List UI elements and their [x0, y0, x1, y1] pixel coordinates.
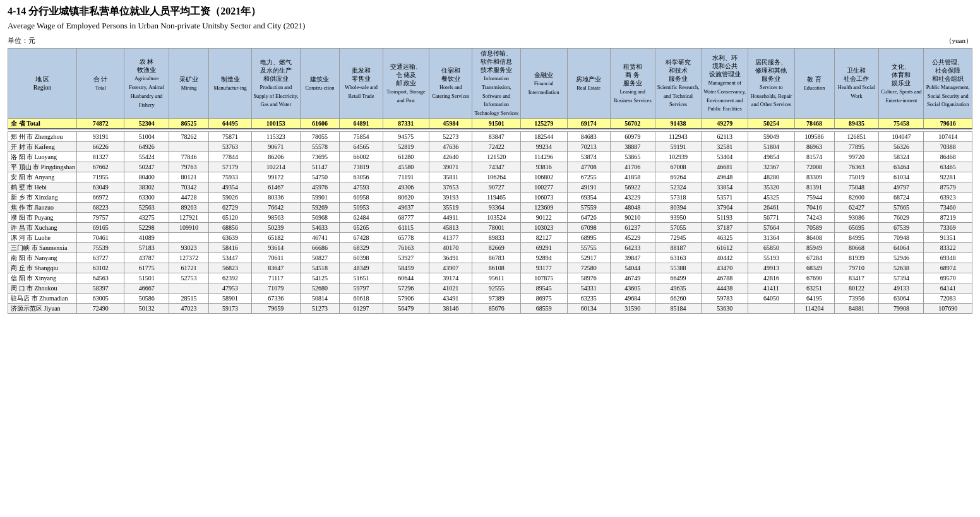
data-cell-8-10: 90122 — [520, 212, 567, 222]
data-cell-5-17: 75048 — [834, 182, 879, 192]
data-cell-5-16: 81391 — [794, 182, 834, 192]
data-cell-10-19: 91351 — [924, 232, 972, 242]
region-cell: 焦 作 市 Jiaozuo — [8, 202, 77, 212]
data-cell-5-2: 70342 — [169, 182, 209, 192]
data-cell-3-5: 51147 — [300, 162, 340, 172]
data-cell-11-14: 61612 — [702, 242, 748, 253]
data-cell-12-3: 53447 — [208, 253, 251, 263]
data-cell-10-15: 31364 — [748, 232, 795, 242]
data-cell-5-14: 33854 — [702, 182, 748, 192]
data-cell-8-17: 93086 — [834, 212, 879, 222]
table-row: 许 昌 市 Xuchang691655229810991068856502395… — [8, 222, 972, 232]
data-cell-6-18: 68724 — [879, 192, 924, 202]
table-row: 商 丘 市 Shangqiu63102617756172156823836475… — [8, 263, 972, 273]
table-row: 三门峡 市 Sanmenxia7553957183930235841693614… — [8, 242, 972, 253]
data-cell-1-7: 52819 — [383, 141, 429, 152]
region-cell: 漯 河 市 Luohe — [8, 232, 77, 242]
data-cell-8-2: 127921 — [169, 212, 209, 222]
data-cell-4-7: 71191 — [383, 172, 429, 182]
data-cell-11-11: 55755 — [567, 242, 610, 253]
data-cell-11-2: 93023 — [169, 242, 209, 253]
data-cell-6-9: 119465 — [472, 192, 520, 202]
total-cell-9: 91501 — [472, 119, 520, 129]
data-cell-0-1: 51004 — [124, 131, 169, 141]
data-cell-4-19: 92281 — [924, 172, 972, 182]
col-electric: 电力、燃气及水的生产和供应业Production and Supply of E… — [252, 49, 300, 119]
data-cell-12-18: 52946 — [879, 253, 924, 263]
data-cell-11-1: 57183 — [124, 242, 169, 253]
data-cell-7-4: 76642 — [252, 202, 300, 212]
data-cell-15-11: 54331 — [567, 283, 610, 293]
data-cell-15-12: 43605 — [610, 283, 655, 293]
data-cell-15-17: 80122 — [834, 283, 879, 293]
data-cell-15-10: 89545 — [520, 283, 567, 293]
data-cell-13-0: 63102 — [77, 263, 124, 273]
data-cell-13-3: 56823 — [208, 263, 251, 273]
col-public: 公共管理、社会保障和社会组织Public Management, Social … — [924, 49, 972, 119]
data-cell-16-2: 28515 — [169, 293, 209, 303]
data-cell-11-16: 85949 — [794, 242, 834, 253]
data-cell-0-14: 62113 — [702, 131, 748, 141]
data-cell-13-7: 58459 — [383, 263, 429, 273]
data-cell-15-7: 57296 — [383, 283, 429, 293]
data-cell-8-14: 51193 — [702, 212, 748, 222]
total-cell-0: 74872 — [77, 119, 124, 129]
col-total: 合 计Total — [77, 49, 124, 119]
data-cell-15-14: 44438 — [702, 283, 748, 293]
region-cell: 南 阳 市 Nanyang — [8, 253, 77, 263]
data-cell-7-13: 80394 — [655, 202, 702, 212]
data-cell-0-10: 182544 — [520, 131, 567, 141]
data-cell-7-1: 52563 — [124, 202, 169, 212]
data-cell-8-18: 76029 — [879, 212, 924, 222]
data-cell-10-17: 84995 — [834, 232, 879, 242]
data-cell-2-7: 61280 — [383, 152, 429, 162]
col-finance: 金融业Financial Intermediation — [520, 49, 567, 119]
table-row: 焦 作 市 Jiaozuo682235256389263627297664259… — [8, 202, 972, 212]
data-cell-17-4: 79659 — [252, 303, 300, 313]
data-cell-1-18: 56326 — [879, 141, 924, 152]
data-cell-9-9: 78001 — [472, 222, 520, 232]
col-resident: 居民服务、修理和其他服务业Services to Households, Rep… — [748, 49, 795, 119]
region-cell: 驻马店 市 Zhumadian — [8, 293, 77, 303]
data-cell-14-11: 58976 — [567, 273, 610, 283]
data-cell-16-18: 63064 — [879, 293, 924, 303]
data-cell-15-13: 49635 — [655, 283, 702, 293]
data-cell-5-18: 49797 — [879, 182, 924, 192]
data-cell-2-12: 53865 — [610, 152, 655, 162]
title-main: 4-14 分行业城镇非私营单位就业人员平均工资（2021年） — [8, 5, 972, 18]
data-cell-5-3: 49354 — [208, 182, 251, 192]
data-cell-15-18: 49133 — [879, 283, 924, 293]
data-cell-8-5: 56968 — [300, 212, 340, 222]
data-cell-12-4: 70611 — [252, 253, 300, 263]
data-cell-9-18: 67539 — [879, 222, 924, 232]
data-cell-9-5: 54633 — [300, 222, 340, 232]
data-cell-14-9: 95611 — [472, 273, 520, 283]
data-cell-2-3: 77844 — [208, 152, 251, 162]
data-cell-13-14: 43470 — [702, 263, 748, 273]
data-cell-5-10: 100277 — [520, 182, 567, 192]
region-cell: 鹤 壁 市 Hebi — [8, 182, 77, 192]
data-cell-2-1: 55424 — [124, 152, 169, 162]
data-cell-2-14: 53404 — [702, 152, 748, 162]
data-cell-15-6: 59797 — [340, 283, 383, 293]
data-cell-13-2: 61721 — [169, 263, 209, 273]
data-cell-10-10: 82127 — [520, 232, 567, 242]
total-cell-17: 89435 — [834, 119, 879, 129]
data-cell-9-17: 65695 — [834, 222, 879, 232]
data-cell-8-9: 103524 — [472, 212, 520, 222]
data-cell-5-5: 45976 — [300, 182, 340, 192]
data-cell-3-12: 41706 — [610, 162, 655, 172]
data-cell-2-19: 86468 — [924, 152, 972, 162]
data-cell-11-17: 80668 — [834, 242, 879, 253]
data-cell-17-3: 59173 — [208, 303, 251, 313]
data-cell-0-4: 115323 — [252, 131, 300, 141]
unit-label: 单位：元 — [8, 36, 35, 45]
data-cell-0-9: 83847 — [472, 131, 520, 141]
data-cell-1-3: 53763 — [208, 141, 251, 152]
data-cell-9-15: 57664 — [748, 222, 795, 232]
data-cell-14-3: 62392 — [208, 273, 251, 283]
total-cell-18: 75458 — [879, 119, 924, 129]
data-cell-3-16: 72008 — [794, 162, 834, 172]
data-cell-7-16: 70416 — [794, 202, 834, 212]
col-mining: 采矿业Mining — [169, 49, 209, 119]
